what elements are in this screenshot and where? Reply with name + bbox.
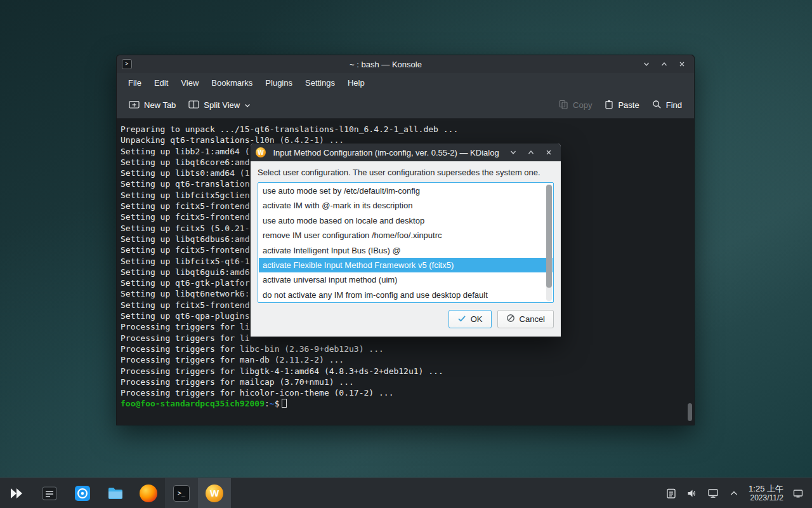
copy-button[interactable]: Copy — [553, 95, 598, 116]
menu-plugins[interactable]: Plugins — [259, 75, 299, 91]
terminal-line: Processing triggers for man-db (2.11.2-2… — [121, 354, 694, 365]
list-item[interactable]: remove IM user configuration /home/foo/.… — [259, 228, 544, 243]
menu-edit[interactable]: Edit — [148, 75, 174, 91]
terminal-line: Processing triggers for hicolor-icon-the… — [121, 387, 694, 398]
terminal-line: Processing triggers for libgtk-4-1:amd64… — [121, 366, 694, 377]
list-item[interactable]: activate universal input method (uim) — [259, 272, 544, 287]
dialog-button-row: OK Cancel — [251, 303, 561, 335]
taskbar-left: >_ W — [0, 478, 231, 508]
copy-icon — [559, 100, 568, 111]
find-label: Find — [666, 100, 682, 110]
maximize-button[interactable] — [657, 57, 671, 71]
prompt-path: ~ — [270, 399, 275, 408]
cancel-label: Cancel — [520, 314, 545, 324]
display-icon[interactable] — [707, 487, 719, 500]
check-icon — [457, 314, 466, 324]
chevron-down-icon — [244, 100, 251, 110]
list-item[interactable]: activate IM with @-mark in its descripti… — [259, 198, 544, 213]
expand-tray-icon[interactable] — [728, 487, 740, 500]
new-tab-label: New Tab — [144, 100, 176, 110]
new-tab-button[interactable]: New Tab — [123, 95, 181, 116]
dialog-close-button[interactable] — [542, 145, 556, 159]
konsole-task-icon[interactable]: >_ — [165, 478, 198, 508]
clipboard-icon[interactable] — [665, 487, 678, 500]
search-icon — [652, 100, 662, 111]
terminal-line: Processing triggers for mailcap (3.70+nm… — [121, 377, 694, 387]
prompt-separator: : — [265, 399, 270, 408]
system-tray: 1:25 上午 2023/11/2 — [665, 478, 812, 508]
pager-icon[interactable] — [33, 478, 66, 508]
im-config-task-icon[interactable]: W — [198, 478, 231, 508]
menu-file[interactable]: File — [122, 75, 148, 91]
konsole-toolbar: New Tab Split View Copy Paste — [117, 92, 694, 119]
konsole-window-title: ~ : bash — Konsole — [136, 60, 636, 69]
list-scrollbar[interactable] — [546, 184, 552, 301]
dialog-maximize-button[interactable] — [524, 145, 538, 159]
cancel-icon — [506, 314, 515, 324]
prompt-symbol: $ — [275, 399, 280, 408]
terminal-cursor — [282, 399, 287, 408]
close-button[interactable] — [675, 57, 689, 71]
digital-clock[interactable]: 1:25 上午 2023/11/2 — [749, 484, 783, 503]
ok-label: OK — [471, 314, 483, 324]
dialog-titlebar[interactable]: W Input Method Configuration (im-config,… — [251, 144, 561, 161]
volume-icon[interactable] — [686, 487, 698, 500]
terminal-prompt-line: foo@foo-standardpcq35ich92009:~$ — [121, 398, 694, 409]
clock-time: 1:25 上午 — [749, 484, 783, 493]
terminal-scrollbar[interactable] — [688, 403, 692, 421]
list-scrollbar-thumb[interactable] — [546, 185, 552, 288]
file-manager-icon[interactable] — [99, 478, 132, 508]
konsole-titlebar[interactable]: > ~ : bash — Konsole — [117, 55, 694, 73]
find-button[interactable]: Find — [646, 95, 688, 116]
terminal-line: Preparing to unpack .../15-qt6-translati… — [121, 124, 694, 135]
dialog-message: Select user configuration. The user conf… — [258, 168, 554, 177]
list-item[interactable]: use auto mode based on locale and deskto… — [259, 213, 544, 228]
konsole-window-icon: > — [122, 59, 132, 69]
list-item[interactable]: do not activate any IM from im-config an… — [259, 288, 544, 302]
clock-date: 2023/11/2 — [749, 493, 783, 503]
paste-icon — [605, 100, 613, 111]
dialog-minimize-button[interactable] — [506, 145, 520, 159]
cancel-button[interactable]: Cancel — [497, 310, 554, 328]
show-desktop-icon[interactable] — [792, 487, 804, 500]
konsole-menubar: File Edit View Bookmarks Plugins Setting… — [117, 73, 694, 92]
list-item[interactable]: use auto mode set by /etc/default/im-con… — [259, 184, 544, 198]
split-view-button[interactable]: Split View — [183, 95, 256, 116]
split-view-label: Split View — [204, 100, 240, 110]
discover-icon[interactable] — [66, 478, 99, 508]
new-tab-icon — [129, 100, 140, 111]
paste-button[interactable]: Paste — [599, 95, 645, 116]
im-config-list: use auto mode set by /etc/default/im-con… — [259, 184, 544, 302]
dialog-title: Input Method Configuration (im-config, v… — [270, 148, 502, 157]
ok-button[interactable]: OK — [449, 310, 492, 328]
menu-view[interactable]: View — [174, 75, 205, 91]
menu-settings[interactable]: Settings — [299, 75, 341, 91]
minimize-button[interactable] — [639, 57, 653, 71]
menu-help[interactable]: Help — [341, 75, 371, 91]
terminal-line: Processing triggers for libc-bin (2.36-9… — [121, 344, 694, 354]
taskbar: >_ W 1:25 上午 2023/11/2 — [0, 478, 812, 508]
list-item[interactable]: activate Flexible Input Method Framework… — [259, 258, 553, 272]
paste-label: Paste — [618, 100, 639, 110]
application-launcher-button[interactable] — [0, 478, 33, 508]
im-config-listbox: use auto mode set by /etc/default/im-con… — [258, 182, 554, 303]
list-item[interactable]: activate Intelligent Input Bus (IBus) @ — [259, 243, 544, 258]
firefox-icon[interactable] — [132, 478, 165, 508]
im-config-icon: W — [256, 147, 266, 157]
menu-bookmarks[interactable]: Bookmarks — [205, 75, 259, 91]
prompt-user-host: foo@foo-standardpcq35ich92009 — [121, 399, 265, 408]
split-view-icon — [188, 100, 199, 111]
copy-label: Copy — [573, 100, 592, 110]
im-config-dialog: W Input Method Configuration (im-config,… — [251, 144, 561, 337]
